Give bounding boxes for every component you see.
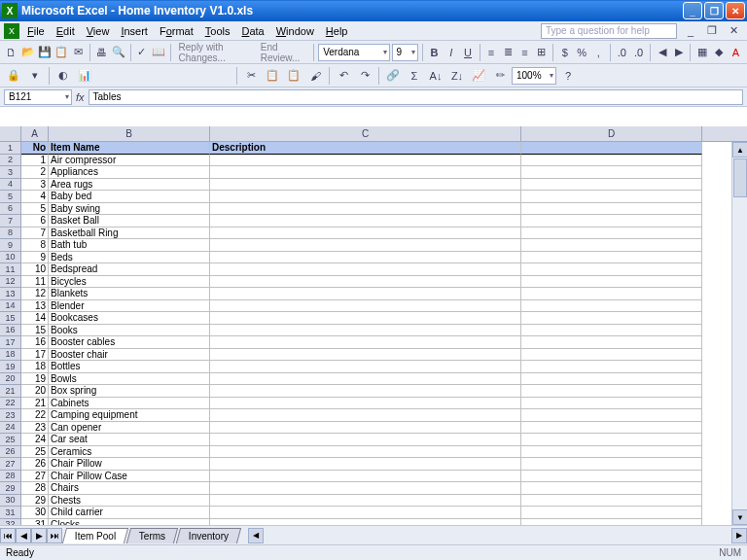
- menu-data[interactable]: Data: [235, 23, 269, 39]
- zoom-combo[interactable]: 100%: [512, 67, 556, 85]
- menu-format[interactable]: Format: [154, 23, 199, 39]
- formula-input[interactable]: Tables: [89, 89, 743, 105]
- borders-icon[interactable]: ▦: [694, 43, 709, 62]
- cell-description[interactable]: [210, 507, 521, 519]
- row-header-3[interactable]: 3: [0, 166, 21, 179]
- cell-item-name[interactable]: Baby bed: [49, 191, 210, 203]
- cell-item-name[interactable]: Bath tub: [49, 239, 210, 252]
- cell-d[interactable]: [521, 373, 702, 386]
- cell-d[interactable]: [521, 446, 702, 459]
- row-header-24[interactable]: 24: [0, 422, 21, 435]
- cell-description[interactable]: [210, 409, 521, 422]
- cell-description[interactable]: [210, 276, 521, 289]
- cell-item-name[interactable]: Bowls: [49, 373, 210, 386]
- italic-icon[interactable]: I: [444, 43, 458, 62]
- cell-no[interactable]: 30: [21, 507, 49, 519]
- toggle-icon[interactable]: ◐: [53, 66, 73, 86]
- cut-icon[interactable]: ✂: [241, 66, 261, 86]
- cell-d[interactable]: [521, 409, 702, 422]
- align-center-icon[interactable]: ≣: [501, 43, 516, 62]
- cell-description[interactable]: [210, 312, 521, 325]
- cell-no[interactable]: 15: [21, 325, 49, 337]
- cell-no[interactable]: 14: [21, 312, 49, 325]
- row-header-2[interactable]: 2: [0, 155, 21, 167]
- decrease-decimal-icon[interactable]: .0: [631, 43, 646, 62]
- undo-icon[interactable]: ↶: [334, 66, 353, 86]
- cell-no[interactable]: 21: [21, 398, 49, 410]
- hscroll-right-icon[interactable]: ▶: [731, 528, 747, 543]
- new-icon[interactable]: 🗋: [4, 43, 18, 62]
- cell-item-name[interactable]: Ceramics: [49, 446, 210, 459]
- row-header-29[interactable]: 29: [0, 482, 21, 495]
- cell-item-name[interactable]: Bedspread: [49, 263, 210, 276]
- cell-d[interactable]: [521, 458, 702, 471]
- format-painter-icon[interactable]: 🖌: [305, 66, 325, 86]
- fx-icon[interactable]: fx: [76, 91, 85, 103]
- row-header-26[interactable]: 26: [0, 446, 21, 459]
- cell-no[interactable]: 3: [21, 179, 49, 192]
- cell-description[interactable]: [210, 179, 521, 192]
- cell-description[interactable]: [210, 203, 521, 216]
- row-header-20[interactable]: 20: [0, 373, 21, 386]
- cell-d[interactable]: [521, 155, 702, 167]
- help-search-box[interactable]: Type a question for help: [541, 23, 677, 39]
- menu-help[interactable]: Help: [320, 23, 354, 39]
- cell-item-name[interactable]: Baby swing: [49, 203, 210, 216]
- cell-no[interactable]: 8: [21, 239, 49, 252]
- cell-no[interactable]: 7: [21, 228, 49, 240]
- fill-color-icon[interactable]: ◆: [711, 43, 726, 62]
- help-icon[interactable]: ?: [558, 66, 578, 86]
- row-header-22[interactable]: 22: [0, 398, 21, 410]
- end-review-label[interactable]: End Review...: [257, 42, 310, 63]
- minimize-button[interactable]: _: [683, 2, 702, 19]
- scroll-down-icon[interactable]: ▼: [732, 509, 747, 525]
- column-header-a[interactable]: A: [21, 126, 49, 141]
- tab-last-icon[interactable]: ⏭: [47, 528, 62, 543]
- cell-d[interactable]: [521, 312, 702, 325]
- sheet-tab-terms[interactable]: Terms: [126, 528, 179, 543]
- close-button[interactable]: ✕: [726, 2, 745, 19]
- cell-description[interactable]: [210, 361, 521, 373]
- cell-item-name[interactable]: Bicycles: [49, 276, 210, 289]
- cell-description[interactable]: [210, 263, 521, 276]
- row-header-28[interactable]: 28: [0, 471, 21, 483]
- cell-no[interactable]: 28: [21, 482, 49, 495]
- comma-icon[interactable]: ,: [591, 43, 606, 62]
- cell-description[interactable]: [210, 300, 521, 313]
- cell-d[interactable]: [521, 507, 702, 519]
- tab-first-icon[interactable]: ⏮: [0, 528, 16, 543]
- cell-item-name[interactable]: Child carrier: [49, 507, 210, 519]
- cell-no[interactable]: 27: [21, 471, 49, 483]
- cell-d[interactable]: [521, 336, 702, 349]
- font-combo[interactable]: Verdana: [318, 44, 389, 61]
- scroll-thumb[interactable]: [733, 158, 747, 197]
- cell-description[interactable]: [210, 349, 521, 362]
- cell-no[interactable]: 25: [21, 446, 49, 459]
- row-header-6[interactable]: 6: [0, 203, 21, 216]
- redo-icon[interactable]: ↷: [355, 66, 374, 86]
- cell-no[interactable]: 24: [21, 434, 49, 446]
- cell-d[interactable]: [521, 288, 702, 300]
- row-header-16[interactable]: 16: [0, 325, 21, 337]
- cell-d[interactable]: [521, 215, 702, 228]
- increase-indent-icon[interactable]: ▶: [671, 43, 686, 62]
- cell-no[interactable]: 4: [21, 191, 49, 203]
- cell-d[interactable]: [521, 228, 702, 240]
- column-header-c[interactable]: C: [210, 126, 521, 141]
- cell-description[interactable]: [210, 191, 521, 203]
- copy-icon[interactable]: 📋: [263, 66, 282, 86]
- cell-d[interactable]: [521, 276, 702, 289]
- cell-item-name[interactable]: Box spring: [49, 385, 210, 398]
- cell-item-name[interactable]: Bottles: [49, 361, 210, 373]
- cell-description[interactable]: [210, 288, 521, 300]
- cell-d[interactable]: [521, 349, 702, 362]
- cell-d[interactable]: [521, 482, 702, 495]
- cell-d[interactable]: [521, 385, 702, 398]
- excel-doc-icon[interactable]: X: [4, 23, 19, 39]
- cell-description[interactable]: [210, 373, 521, 386]
- cell-d[interactable]: [521, 263, 702, 276]
- cell-d[interactable]: [521, 203, 702, 216]
- cell-item-name[interactable]: Basketball Ring: [49, 228, 210, 240]
- cell-item-name[interactable]: Chairs: [49, 482, 210, 495]
- decrease-indent-icon[interactable]: ◀: [655, 43, 669, 62]
